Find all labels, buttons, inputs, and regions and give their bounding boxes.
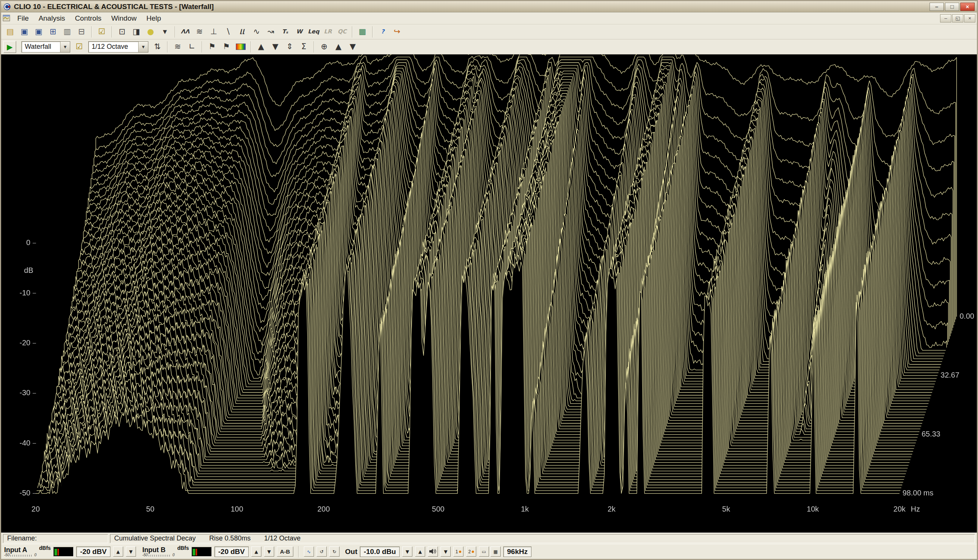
close-button[interactable]: ×: [960, 3, 975, 11]
device-buttons: ▭▦: [479, 547, 501, 557]
mic-2-led: [472, 551, 474, 553]
autoscale-button[interactable]: ⇅: [150, 40, 164, 53]
input-b-unit: dBfs: [177, 545, 189, 551]
save-all-button[interactable]: ⊞: [46, 25, 60, 38]
measurement-type: Cumulative Spectral Decay: [114, 535, 196, 542]
sigma-button[interactable]: Σ: [297, 40, 310, 53]
analysis-type-value: Waterfall: [25, 43, 51, 51]
titlebar: CLIO 10 - ELECTRICAL & ACOUSTICAL TESTS …: [1, 1, 977, 12]
impulse-analysis-button[interactable]: ⊥: [207, 25, 220, 38]
toolbar-separator: [352, 26, 353, 38]
rise-time: Rise 0.580ms: [209, 535, 250, 542]
menu-window[interactable]: Window: [106, 13, 142, 23]
shift-up-button[interactable]: ▲: [254, 40, 268, 53]
marker-b-button[interactable]: ⚑: [220, 40, 233, 53]
erase-button[interactable]: ●: [144, 25, 157, 38]
copy-button[interactable]: ▥: [60, 25, 74, 38]
out-up-button[interactable]: ▲: [415, 547, 425, 557]
save-as-button[interactable]: ▣: [32, 25, 45, 38]
erase-options-chevron[interactable]: ▾: [158, 25, 172, 38]
io-config-button[interactable]: ▭: [479, 547, 489, 557]
waterfall-settings-button[interactable]: ☑: [72, 40, 86, 53]
start-measurement-button[interactable]: ▶: [3, 41, 16, 53]
input-a-label: Input A: [4, 547, 37, 553]
fft-analysis-button[interactable]: ΛΛ: [179, 25, 192, 38]
scale-max: 0: [172, 553, 175, 557]
input-a-up-button[interactable]: ▲: [113, 547, 123, 557]
color-scale-button[interactable]: [234, 40, 247, 53]
chevron-down-icon[interactable]: ▼: [60, 42, 70, 52]
toolbar-separator: [91, 26, 92, 38]
settings-checkbox-icon: ☑: [76, 43, 83, 51]
wavelet-analysis-button[interactable]: W: [292, 25, 306, 38]
down-arrow-icon: ▼: [267, 549, 271, 554]
mdi-minimize-button[interactable]: –: [940, 14, 951, 23]
directivity-analysis-button[interactable]: ∖: [221, 25, 235, 38]
input-a-scale: -50 0: [4, 553, 37, 557]
waterfall-plot[interactable]: [1, 55, 977, 533]
generator-button[interactable]: ⊡: [115, 25, 129, 38]
shift-down-button[interactable]: ▼: [269, 40, 282, 53]
chevron-down-icon: ▼: [444, 549, 447, 554]
input-a-level-meter: [53, 547, 73, 557]
loopback-in-button[interactable]: ↺: [317, 547, 327, 557]
expand-button[interactable]: ⇕: [283, 40, 296, 53]
app-window: CLIO 10 - ELECTRICAL & ACOUSTICAL TESTS …: [0, 0, 978, 560]
options-button[interactable]: ☑: [95, 25, 108, 38]
input-monitor-button[interactable]: ∿: [304, 547, 314, 557]
app-icon: [3, 3, 11, 10]
level-meter-button[interactable]: ◨: [130, 25, 143, 38]
mls-analysis-button[interactable]: ⌊⌊: [235, 25, 249, 38]
input-b-sensitivity: -20 dBV: [214, 547, 249, 557]
mdi-restore-button[interactable]: ◱: [952, 14, 963, 23]
cursor-button[interactable]: ⊕: [317, 40, 331, 53]
input-a-down-button[interactable]: ▼: [126, 547, 136, 557]
qc-analysis-button: QC: [335, 25, 349, 38]
marker-a-button[interactable]: ⚑: [205, 40, 219, 53]
open-button[interactable]: ▤: [3, 25, 17, 38]
sinusoidal-analysis-button[interactable]: ∿: [250, 25, 263, 38]
menu-help[interactable]: Help: [142, 13, 166, 23]
loop-out-icon: ↻: [332, 549, 336, 554]
print-button[interactable]: ⊟: [75, 25, 88, 38]
toolbar-separator: [314, 41, 314, 53]
menu-file[interactable]: File: [12, 13, 34, 23]
mic-1-label: 1: [456, 549, 458, 554]
overlay-curves-button[interactable]: ≋: [171, 40, 184, 53]
waterfall-window-icon: [3, 14, 11, 23]
step-down-button[interactable]: ▼: [346, 40, 359, 53]
speaker-options-button[interactable]: ▼: [441, 547, 451, 557]
mic-1-button[interactable]: 1: [453, 547, 464, 557]
reference-grid-button[interactable]: ∟: [185, 40, 199, 53]
meter-device-button[interactable]: ▦: [491, 547, 501, 557]
waterfall-toolbar: ▶ Waterfall ▼ ☑ 1/12 Octave ▼ ⇅≋∟⚑⚑▲▼⇕Σ⊕…: [1, 39, 977, 55]
step-up-button[interactable]: ▲: [332, 40, 345, 53]
input-b-up-button[interactable]: ▲: [251, 547, 261, 557]
analysis-type-combo[interactable]: Waterfall ▼: [22, 41, 70, 53]
smoothing-combo[interactable]: 1/12 Octave ▼: [88, 41, 149, 53]
menu-controls[interactable]: Controls: [70, 13, 106, 23]
leq-analysis-button[interactable]: Leq: [307, 25, 320, 38]
help-button[interactable]: ?: [376, 25, 389, 38]
minimize-button[interactable]: –: [930, 3, 944, 11]
chevron-down-icon[interactable]: ▼: [138, 42, 148, 52]
sweep-analysis-button[interactable]: ↝: [264, 25, 277, 38]
maximize-button[interactable]: □: [945, 3, 959, 11]
scale-ticks: [10, 555, 33, 557]
ts-parameters-button[interactable]: Tₛ: [278, 25, 292, 38]
waterfall-analysis-button[interactable]: ≋: [193, 25, 206, 38]
out-down-button[interactable]: ▼: [402, 547, 412, 557]
menu-analysis[interactable]: Analysis: [34, 13, 70, 23]
save-button[interactable]: ▣: [18, 25, 31, 38]
up-arrow-icon: ▲: [117, 549, 120, 554]
mdi-close-button[interactable]: ×: [964, 14, 975, 23]
exit-button[interactable]: ↪: [390, 25, 404, 38]
out-level-value: -10.0 dBu: [360, 547, 400, 557]
monitor-speaker-button[interactable]: [428, 547, 438, 557]
mic-2-button[interactable]: 2: [466, 547, 476, 557]
loopback-out-button[interactable]: ↻: [329, 547, 339, 557]
display-button[interactable]: ▦: [355, 25, 369, 38]
input-ab-link-button[interactable]: A-B: [277, 547, 293, 557]
toolbar-separator: [298, 546, 299, 557]
input-b-down-button[interactable]: ▼: [264, 547, 274, 557]
